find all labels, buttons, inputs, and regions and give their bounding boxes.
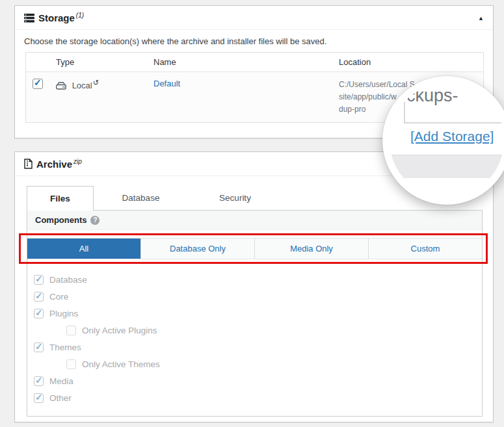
- only-active-themes-checkbox[interactable]: [66, 359, 76, 369]
- checkbox-label: Only Active Plugins: [82, 326, 157, 335]
- undo-icon: ↺: [93, 79, 99, 86]
- storage-table-header-row: Type Name Location: [26, 53, 484, 72]
- file-zip-icon: [24, 159, 33, 172]
- checkbox-column-header: [26, 53, 50, 72]
- checkbox-label: Plugins: [49, 309, 78, 318]
- storage-type-label: Local: [72, 81, 92, 90]
- component-media: Media: [34, 372, 474, 389]
- tab-database[interactable]: Database: [94, 186, 188, 210]
- filter-all-button[interactable]: All: [27, 239, 141, 259]
- storage-title: Storage: [38, 12, 75, 23]
- themes-checkbox[interactable]: [34, 343, 44, 352]
- checkbox-label: Media: [49, 376, 73, 386]
- type-column-header: Type: [49, 53, 147, 72]
- magnified-path-fragment: ckups-: [406, 86, 458, 106]
- filter-custom-button[interactable]: Custom: [369, 239, 482, 259]
- component-filter-wrap: All Database Only Media Only Custom: [27, 238, 482, 259]
- add-storage-link[interactable]: [Add Storage]: [410, 129, 494, 144]
- storage-collapse-toggle[interactable]: ▲: [478, 15, 484, 21]
- components-bar: Components ?: [27, 211, 482, 230]
- storage-name-link[interactable]: Default: [153, 79, 180, 88]
- checkbox-label: Other: [49, 393, 72, 403]
- component-themes: Themes: [34, 339, 474, 356]
- plugins-checkbox[interactable]: [34, 309, 44, 318]
- storage-header: Storage(1) ▲: [15, 6, 493, 30]
- hdd-icon: [56, 82, 69, 92]
- location-column-header: Location: [332, 53, 484, 72]
- archive-format-badge: zip: [73, 158, 82, 165]
- media-checkbox[interactable]: [34, 376, 44, 386]
- help-icon[interactable]: ?: [90, 216, 99, 225]
- component-only-active-plugins: Only Active Plugins: [34, 322, 474, 339]
- files-tab-content: Components ? All Database Only Media Onl…: [27, 210, 483, 417]
- storage-type-cell: Local↺: [49, 72, 147, 123]
- checkbox-label: Database: [49, 275, 87, 285]
- magnifier-content: ckups- [Add Storage]: [390, 83, 504, 198]
- magnifier-callout: ckups- [Add Storage]: [382, 76, 504, 205]
- component-plugins: Plugins: [34, 305, 474, 322]
- magnified-table-border-horizontal: [404, 122, 504, 123]
- component-filter-group: All Database Only Media Only Custom: [27, 238, 482, 259]
- name-column-header: Name: [147, 53, 332, 72]
- only-active-plugins-checkbox[interactable]: [66, 326, 76, 335]
- archive-title: Archive: [36, 159, 72, 170]
- components-label: Components: [35, 215, 86, 225]
- checkbox-label: Themes: [49, 343, 81, 352]
- tab-files[interactable]: Files: [27, 186, 94, 211]
- component-other: Other: [34, 389, 474, 406]
- checkbox-label: Only Active Themes: [82, 359, 160, 369]
- magnified-panel-edge: [386, 155, 504, 178]
- component-only-active-themes: Only Active Themes: [34, 356, 474, 372]
- storage-row-checkbox[interactable]: [33, 79, 43, 89]
- component-database: Database: [34, 271, 474, 288]
- checkbox-label: Core: [49, 292, 68, 302]
- database-checkbox[interactable]: [34, 275, 44, 285]
- component-core: Core: [34, 288, 474, 305]
- filter-database-only-button[interactable]: Database Only: [141, 239, 255, 259]
- other-checkbox[interactable]: [34, 393, 44, 403]
- tab-security[interactable]: Security: [188, 186, 282, 210]
- storage-count-badge: (1): [76, 12, 84, 19]
- core-checkbox[interactable]: [34, 292, 44, 302]
- server-stack-icon: [24, 14, 34, 25]
- components-checkbox-list: Database Core Plugins Only Active Plugin…: [27, 259, 482, 406]
- storage-description: Choose the storage location(s) where the…: [15, 30, 493, 46]
- filter-media-only-button[interactable]: Media Only: [255, 239, 369, 259]
